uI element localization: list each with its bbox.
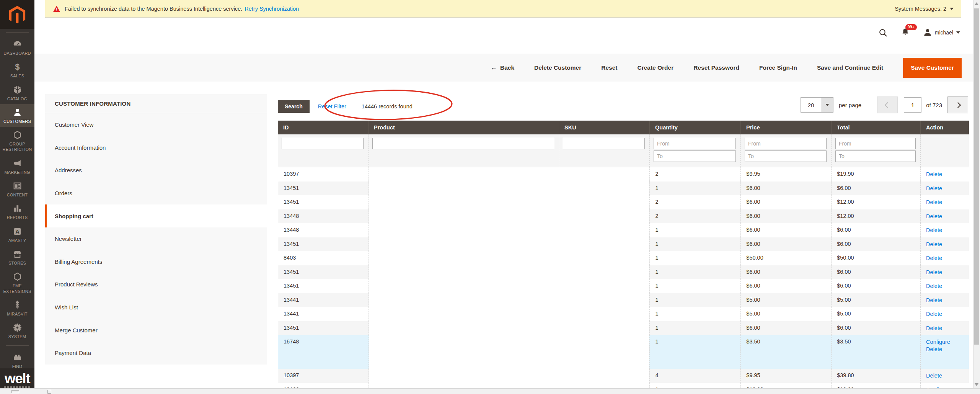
nav-item-merge-customer[interactable]: Merge Customer (45, 319, 267, 342)
row-action-delete[interactable]: Delete (926, 311, 969, 318)
nav-item-addresses[interactable]: Addresses (45, 159, 267, 182)
save-and-continue-button[interactable]: Save and Continue Edit (817, 64, 883, 71)
create-order-button[interactable]: Create Order (637, 64, 673, 71)
cell-id: 13451 (278, 195, 369, 209)
nav-item-newsletter[interactable]: Newsletter (45, 227, 267, 250)
force-sign-in-button[interactable]: Force Sign-In (759, 64, 797, 71)
row-action-delete[interactable]: Delete (926, 325, 969, 332)
cell-price: $5.00 (740, 293, 831, 307)
nav-item-wish-list[interactable]: Wish List (45, 296, 267, 319)
previous-page-button[interactable] (877, 96, 898, 113)
vertical-scrollbar-thumb[interactable] (974, 8, 979, 345)
column-header-sku[interactable]: SKU (559, 121, 649, 134)
notifications-badge: 99+ (905, 24, 917, 30)
row-action-delete[interactable]: Delete (926, 283, 969, 290)
cell-total: $6.00 (831, 321, 920, 335)
svg-text:!: ! (56, 7, 57, 12)
filter-price-from-input[interactable] (745, 138, 827, 149)
row-action-delete[interactable]: Delete (926, 297, 969, 304)
row-action-delete[interactable]: Delete (926, 241, 969, 248)
sidebar-item-catalog[interactable]: CATALOG (0, 82, 34, 104)
reset-filter-link[interactable]: Reset Filter (318, 103, 346, 110)
filter-total-to-input[interactable] (835, 150, 916, 162)
reset-button[interactable]: Reset (601, 64, 617, 71)
sidebar-item-content[interactable]: CONTENT (0, 178, 34, 200)
column-header-product[interactable]: Product (368, 121, 559, 134)
global-search-button[interactable] (879, 28, 887, 37)
magento-logo[interactable] (0, 0, 34, 29)
per-page-dropdown-button[interactable] (821, 97, 833, 113)
cell-action: Delete (920, 223, 969, 237)
scroll-down-arrow-icon[interactable] (975, 383, 978, 386)
sidebar-item-stores[interactable]: STORES (0, 246, 34, 268)
nav-item-product-reviews[interactable]: Product Reviews (45, 273, 267, 296)
chevron-down-icon (950, 8, 954, 10)
column-header-price[interactable]: Price (740, 121, 831, 134)
filter-id-input[interactable] (282, 138, 364, 149)
row-action-delete[interactable]: Delete (926, 213, 969, 220)
sidebar-item-fme-extensions[interactable]: FME EXTENSIONS (0, 268, 34, 297)
cell-action: Delete (920, 209, 969, 224)
row-action-delete[interactable]: Delete (926, 255, 969, 262)
search-button[interactable]: Search (278, 100, 310, 113)
account-menu[interactable]: michael (923, 28, 960, 37)
column-header-total[interactable]: Total (831, 121, 920, 134)
row-action-delete[interactable]: Delete (926, 372, 969, 379)
vertical-scrollbar[interactable] (973, 0, 980, 388)
filter-sku-input[interactable] (563, 138, 645, 149)
sidebar-item-marketing[interactable]: MARKETING (0, 155, 34, 178)
next-page-button[interactable] (947, 96, 968, 113)
reset-password-button[interactable]: Reset Password (693, 64, 739, 71)
sidebar-item-mirasvit[interactable]: MIRASVIT (0, 297, 34, 319)
row-action-delete[interactable]: Delete (926, 346, 969, 353)
sidebar-item-sales[interactable]: SALES (0, 59, 34, 81)
records-found-label: 14446 records found (362, 103, 413, 110)
sidebar-divider (6, 345, 29, 346)
nav-item-customer-view[interactable]: Customer View (45, 113, 267, 136)
notifications-button[interactable]: 99+ (901, 28, 910, 38)
filter-total-from-input[interactable] (835, 138, 916, 149)
cell-id: 13441 (278, 307, 369, 321)
sidebar-item-amasty[interactable]: AMASTY (0, 223, 34, 246)
sidebar-item-label: GROUP RESTRICTION (1, 141, 34, 152)
horizontal-scrollbar[interactable] (0, 388, 980, 394)
row-action-delete[interactable]: Delete (926, 185, 969, 192)
row-action-delete[interactable]: Delete (926, 199, 969, 206)
filter-quantity-to-input[interactable] (654, 150, 736, 162)
row-action-delete[interactable]: Delete (926, 171, 969, 178)
cell-id: 13451 (278, 279, 369, 293)
cell-price: $6.00 (740, 279, 831, 293)
nav-item-billing-agreements[interactable]: Billing Agreements (45, 250, 267, 273)
back-button[interactable]: ← Back (491, 64, 514, 72)
cell-price: $9.95 (740, 167, 831, 181)
column-header-quantity[interactable]: Quantity (649, 121, 740, 134)
row-action-delete[interactable]: Delete (926, 227, 969, 234)
scroll-up-arrow-icon[interactable] (975, 2, 978, 5)
system-messages-toggle[interactable]: System Messages: 2 (895, 6, 954, 12)
row-action-delete[interactable]: Delete (926, 269, 969, 276)
nav-item-shopping-cart[interactable]: Shopping cart (45, 204, 267, 227)
sidebar-item-system[interactable]: SYSTEM (0, 319, 34, 342)
cell-price: $6.00 (740, 237, 831, 252)
save-customer-button[interactable]: Save Customer (903, 58, 962, 78)
sidebar-item-group-restriction[interactable]: GROUP RESTRICTION (0, 127, 34, 155)
filter-quantity-from-input[interactable] (654, 138, 736, 149)
chevron-down-icon (825, 104, 829, 106)
grid-pager: 20 per page of 723 (801, 96, 968, 113)
delete-customer-button[interactable]: Delete Customer (534, 64, 581, 71)
per-page-select[interactable]: 20 (801, 97, 821, 113)
magento-logo-icon (7, 5, 27, 25)
nav-item-payment-data[interactable]: Payment Data (45, 342, 267, 365)
filter-product-input[interactable] (372, 138, 554, 149)
search-icon (879, 28, 887, 37)
nav-item-orders[interactable]: Orders (45, 182, 267, 205)
sidebar-item-dashboard[interactable]: DASHBOARD (0, 36, 34, 59)
filter-price-to-input[interactable] (745, 150, 827, 162)
sidebar-item-reports[interactable]: REPORTS (0, 200, 34, 223)
nav-item-account-information[interactable]: Account Information (45, 136, 267, 159)
column-header-id[interactable]: ID (278, 121, 368, 134)
page-number-input[interactable] (904, 97, 921, 113)
retry-synchronization-link[interactable]: Retry Synchronization (245, 6, 299, 12)
sidebar-item-customers[interactable]: CUSTOMERS (0, 104, 34, 127)
row-action-configure[interactable]: Configure (926, 338, 969, 346)
